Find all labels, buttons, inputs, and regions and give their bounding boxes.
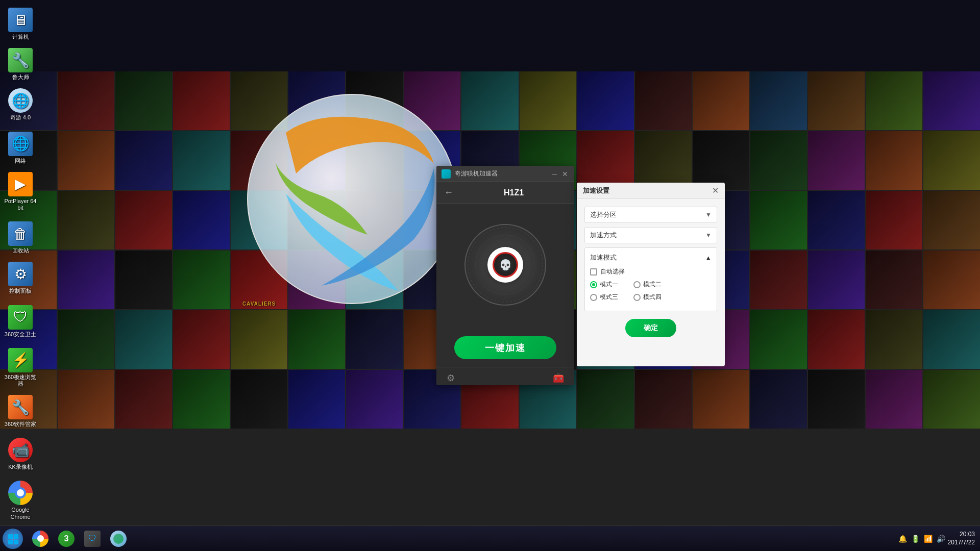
settings-panel: 加速设置 ✕ 选择分区 ▼ 加速方式 ▼ 加速模式 ▲ [577,183,725,366]
icon-potplayer[interactable]: ▶ PotPlayer 64 bit [0,169,41,214]
icon-chrome[interactable]: Google Chrome [0,478,41,522]
start-button[interactable] [0,526,26,552]
mosaic-cell [750,131,807,190]
mosaic-cell [173,191,230,249]
icon-control[interactable]: ⚙ 控制面板 [0,259,41,297]
control-icon-label: 控制面板 [9,288,32,294]
windows-start-icon [3,529,23,549]
accelerate-method-dropdown[interactable]: 加速方式 ▼ [584,227,717,243]
mode1-radio[interactable] [590,281,597,288]
mosaic-cell [808,191,865,249]
minimize-button[interactable]: ─ [550,170,558,178]
close-button[interactable]: ✕ [561,170,569,178]
taskbar-360safe[interactable]: 🛡 [80,528,105,550]
icon-360safe[interactable]: 🛡 360安全卫士 [0,303,41,340]
mosaic-cell [115,191,172,249]
auto-select-item: 自动选择 [590,267,712,276]
mosaic-cell [346,310,403,369]
region-dropdown-arrow: ▼ [705,211,712,218]
mosaic-cell [288,370,345,429]
mode3-radio[interactable] [590,294,597,301]
settings-icon[interactable]: ⚙ [447,372,455,384]
select-region-label: 选择分区 [590,210,617,219]
method-dropdown-arrow: ▼ [705,232,712,239]
mosaic-cell [693,370,749,429]
mosaic-cell [58,370,114,429]
mode3-label: 模式三 [600,293,618,302]
mosaic-cell [750,310,807,369]
mosaic-cell [750,191,807,249]
mode4-radio[interactable] [633,294,641,301]
mode4-item: 模式四 [633,293,662,302]
desktop-icon-area: 🖥 计算机 🔧 鲁大师 🌐 奇游 4.0 🌐 网络 ▶ PotPlayer 64… [0,0,41,459]
icon-qiyou[interactable]: 🌐 奇游 4.0 [0,86,41,123]
icon-kk[interactable]: 📹 KK录像机 [0,435,41,473]
icon-computer[interactable]: 🖥 计算机 [0,5,41,43]
svg-point-1 [468,228,543,302]
mosaic-cell [866,310,922,369]
taskbar-360browser[interactable]: 3 [54,528,79,550]
window-title-text: 奇游联机加速器 [455,169,498,178]
icon-ludashi[interactable]: 🔧 鲁大师 [0,45,41,83]
mosaic-cell [115,370,172,429]
nav-back-button[interactable]: ← [444,187,453,198]
taskbar-qiyou[interactable] [106,528,131,550]
mosaic-cell [173,370,230,429]
accelerator-window: 奇游联机加速器 ─ ✕ ← H1Z1 [436,166,574,385]
svg-rect-4 [14,534,18,539]
360repair-icon-label: 360软件管家 [5,421,36,428]
360safe-icon-img: 🛡 [8,305,33,330]
mosaic-cell [693,131,749,190]
auto-select-checkbox[interactable] [590,268,597,276]
auto-select-label: 自动选择 [600,267,625,276]
settings-title: 加速设置 [583,186,609,195]
network-icon-label: 网络 [15,158,26,164]
svg-rect-3 [8,534,13,539]
tools-icon[interactable]: 🧰 [553,372,564,384]
chrome-taskbar-icon [32,531,48,547]
mosaic-cell [635,71,692,130]
network-icon-img: 🌐 [8,132,33,156]
accelerate-mode-label: 加速模式 [590,253,617,262]
mosaic-cell [231,370,287,429]
mosaic-cell [520,71,576,130]
mode4-label: 模式四 [643,293,662,302]
radio-group: 自动选择 模式一 模式二 [590,267,712,302]
mosaic-cell [231,310,287,369]
window-title-left: 奇游联机加速器 [442,169,498,179]
icon-360repair[interactable]: 🔧 360软件管家 [0,392,41,430]
mosaic-cell [750,71,807,130]
360repair-icon-img: 🔧 [8,395,33,419]
mosaic-cell [346,370,403,429]
accelerate-mode-section: 加速模式 ▲ 自动选择 模式一 [584,247,717,311]
qiyou-center-logo [245,92,459,306]
mosaic-cell [173,131,230,190]
mosaic-cell [577,131,634,190]
chrome-taskbar-inner [37,535,44,542]
taskbar-chrome[interactable] [28,528,53,550]
accelerate-mode-header[interactable]: 加速模式 ▲ [590,253,712,262]
system-tray-icons: 🔔 🔋 📶 🔊 [898,535,945,543]
mode2-radio[interactable] [633,281,641,288]
tray-icon-3: 📶 [924,535,933,543]
icon-recycle[interactable]: 🗑 回收站 [0,219,41,257]
computer-icon-img: 🖥 [8,8,33,32]
icon-network[interactable]: 🌐 网络 [0,129,41,167]
accelerate-button[interactable]: 一键加速 [454,336,556,359]
mosaic-cell [750,251,807,309]
app-toolbar: ⚙ 🧰 [436,367,574,385]
select-region-dropdown[interactable]: 选择分区 ▼ [584,207,717,223]
settings-close-button[interactable]: ✕ [712,186,719,195]
speed-dial: 💀 [464,224,546,306]
confirm-button[interactable]: 确定 [625,319,676,337]
360extreme-icon-img: ⚡ [8,348,33,372]
ludashi-icon-img: 🔧 [8,48,33,72]
accelerate-btn-container: 一键加速 [436,326,574,367]
mosaic-cell [808,310,865,369]
360safe-taskbar-icon: 🛡 [84,531,101,547]
recycle-icon-label: 回收站 [12,247,29,254]
mosaic-cell [923,251,980,309]
icon-360extreme[interactable]: ⚡ 360极速浏览器 [0,345,41,390]
mosaic-cell [866,251,922,309]
control-icon-img: ⚙ [8,262,33,286]
